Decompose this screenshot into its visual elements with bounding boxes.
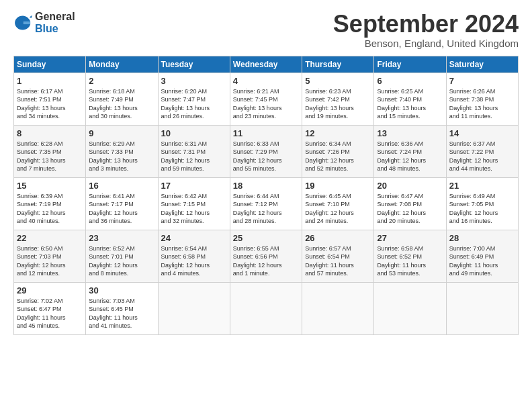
title-area: September 2024 Benson, England, United K… <box>333 11 519 49</box>
day-number: 29 <box>17 285 83 295</box>
day-number: 15 <box>17 181 83 191</box>
day-number: 8 <box>17 128 83 138</box>
page-container: General Blue September 2024 Benson, Engl… <box>0 0 532 342</box>
calendar-cell: 19Sunrise: 6:45 AMSunset: 7:10 PMDayligh… <box>302 177 374 230</box>
col-tuesday: Tuesday <box>158 56 230 73</box>
header-row: Sunday Monday Tuesday Wednesday Thursday… <box>14 56 519 73</box>
calendar-cell: 4Sunrise: 6:21 AMSunset: 7:45 PMDaylight… <box>230 73 302 125</box>
col-thursday: Thursday <box>302 56 374 73</box>
day-number: 26 <box>305 233 371 243</box>
cell-info: Sunrise: 6:28 AMSunset: 7:35 PMDaylight:… <box>17 140 83 173</box>
day-number: 4 <box>233 76 299 86</box>
cell-info: Sunrise: 7:00 AMSunset: 6:49 PMDaylight:… <box>449 244 515 278</box>
calendar-cell: 26Sunrise: 6:57 AMSunset: 6:54 PMDayligh… <box>302 230 374 282</box>
calendar-cell: 13Sunrise: 6:36 AMSunset: 7:24 PMDayligh… <box>374 125 446 177</box>
logo-general: General <box>35 11 75 23</box>
calendar-cell <box>230 282 302 334</box>
calendar-cell <box>302 282 374 334</box>
day-number: 25 <box>233 233 299 243</box>
cell-info: Sunrise: 6:54 AMSunset: 6:58 PMDaylight:… <box>161 244 227 278</box>
cell-info: Sunrise: 6:37 AMSunset: 7:22 PMDaylight:… <box>449 140 515 173</box>
calendar-cell: 28Sunrise: 7:00 AMSunset: 6:49 PMDayligh… <box>446 230 518 282</box>
calendar-cell: 11Sunrise: 6:33 AMSunset: 7:29 PMDayligh… <box>230 125 302 177</box>
cell-info: Sunrise: 6:29 AMSunset: 7:33 PMDaylight:… <box>89 140 154 173</box>
day-number: 9 <box>89 128 154 138</box>
day-number: 22 <box>17 233 83 243</box>
cell-info: Sunrise: 6:36 AMSunset: 7:24 PMDaylight:… <box>377 140 443 173</box>
calendar-cell: 22Sunrise: 6:50 AMSunset: 7:03 PMDayligh… <box>14 230 86 282</box>
day-number: 1 <box>17 76 83 86</box>
logo-icon <box>13 13 32 32</box>
day-number: 27 <box>377 233 443 243</box>
calendar-cell: 14Sunrise: 6:37 AMSunset: 7:22 PMDayligh… <box>446 125 518 177</box>
calendar-cell: 2Sunrise: 6:18 AMSunset: 7:49 PMDaylight… <box>86 73 158 125</box>
cell-info: Sunrise: 6:17 AMSunset: 7:51 PMDaylight:… <box>17 87 83 121</box>
month-title: September 2024 <box>333 11 519 38</box>
calendar-cell: 27Sunrise: 6:58 AMSunset: 6:52 PMDayligh… <box>374 230 446 282</box>
calendar-cell: 10Sunrise: 6:31 AMSunset: 7:31 PMDayligh… <box>158 125 230 177</box>
calendar-cell: 3Sunrise: 6:20 AMSunset: 7:47 PMDaylight… <box>158 73 230 125</box>
day-number: 14 <box>449 128 515 138</box>
calendar-cell: 15Sunrise: 6:39 AMSunset: 7:19 PMDayligh… <box>14 177 86 230</box>
cell-info: Sunrise: 6:47 AMSunset: 7:08 PMDaylight:… <box>377 192 443 226</box>
day-number: 30 <box>89 285 154 295</box>
calendar-cell: 18Sunrise: 6:44 AMSunset: 7:12 PMDayligh… <box>230 177 302 230</box>
cell-info: Sunrise: 6:55 AMSunset: 6:56 PMDaylight:… <box>233 244 299 278</box>
day-number: 23 <box>89 233 154 243</box>
calendar-cell <box>158 282 230 334</box>
day-number: 5 <box>305 76 371 86</box>
calendar-row-1: 1Sunrise: 6:17 AMSunset: 7:51 PMDaylight… <box>14 73 519 125</box>
col-saturday: Saturday <box>446 56 518 73</box>
calendar-cell: 25Sunrise: 6:55 AMSunset: 6:56 PMDayligh… <box>230 230 302 282</box>
calendar-cell: 24Sunrise: 6:54 AMSunset: 6:58 PMDayligh… <box>158 230 230 282</box>
cell-info: Sunrise: 7:03 AMSunset: 6:45 PMDaylight:… <box>89 297 154 330</box>
day-number: 6 <box>377 76 443 86</box>
cell-info: Sunrise: 6:34 AMSunset: 7:26 PMDaylight:… <box>305 140 371 173</box>
cell-info: Sunrise: 6:25 AMSunset: 7:40 PMDaylight:… <box>377 87 443 121</box>
day-number: 10 <box>161 128 227 138</box>
calendar-cell: 6Sunrise: 6:25 AMSunset: 7:40 PMDaylight… <box>374 73 446 125</box>
cell-info: Sunrise: 6:57 AMSunset: 6:54 PMDaylight:… <box>305 244 371 278</box>
calendar-cell: 23Sunrise: 6:52 AMSunset: 7:01 PMDayligh… <box>86 230 158 282</box>
calendar-row-3: 15Sunrise: 6:39 AMSunset: 7:19 PMDayligh… <box>14 177 519 230</box>
calendar-row-2: 8Sunrise: 6:28 AMSunset: 7:35 PMDaylight… <box>14 125 519 177</box>
col-sunday: Sunday <box>14 56 86 73</box>
cell-info: Sunrise: 6:58 AMSunset: 6:52 PMDaylight:… <box>377 244 443 278</box>
cell-info: Sunrise: 6:41 AMSunset: 7:17 PMDaylight:… <box>89 192 154 226</box>
calendar-cell: 29Sunrise: 7:02 AMSunset: 6:47 PMDayligh… <box>14 282 86 334</box>
cell-info: Sunrise: 6:44 AMSunset: 7:12 PMDaylight:… <box>233 192 299 226</box>
header: General Blue September 2024 Benson, Engl… <box>13 11 519 49</box>
cell-info: Sunrise: 6:45 AMSunset: 7:10 PMDaylight:… <box>305 192 371 226</box>
day-number: 20 <box>377 181 443 191</box>
cell-info: Sunrise: 6:52 AMSunset: 7:01 PMDaylight:… <box>89 244 154 278</box>
logo-blue: Blue <box>35 23 75 35</box>
cell-info: Sunrise: 6:18 AMSunset: 7:49 PMDaylight:… <box>89 87 154 121</box>
cell-info: Sunrise: 6:33 AMSunset: 7:29 PMDaylight:… <box>233 140 299 173</box>
calendar-cell: 8Sunrise: 6:28 AMSunset: 7:35 PMDaylight… <box>14 125 86 177</box>
subtitle: Benson, England, United Kingdom <box>333 38 519 49</box>
calendar-cell: 16Sunrise: 6:41 AMSunset: 7:17 PMDayligh… <box>86 177 158 230</box>
calendar-row-4: 22Sunrise: 6:50 AMSunset: 7:03 PMDayligh… <box>14 230 519 282</box>
calendar-row-5: 29Sunrise: 7:02 AMSunset: 6:47 PMDayligh… <box>14 282 519 334</box>
cell-info: Sunrise: 6:21 AMSunset: 7:45 PMDaylight:… <box>233 87 299 121</box>
calendar-cell: 12Sunrise: 6:34 AMSunset: 7:26 PMDayligh… <box>302 125 374 177</box>
cell-info: Sunrise: 6:49 AMSunset: 7:05 PMDaylight:… <box>449 192 515 226</box>
day-number: 2 <box>89 76 154 86</box>
cell-info: Sunrise: 7:02 AMSunset: 6:47 PMDaylight:… <box>17 297 83 330</box>
cell-info: Sunrise: 6:42 AMSunset: 7:15 PMDaylight:… <box>161 192 227 226</box>
day-number: 28 <box>449 233 515 243</box>
calendar-cell: 9Sunrise: 6:29 AMSunset: 7:33 PMDaylight… <box>86 125 158 177</box>
calendar-cell: 1Sunrise: 6:17 AMSunset: 7:51 PMDaylight… <box>14 73 86 125</box>
logo: General Blue <box>13 11 75 34</box>
col-friday: Friday <box>374 56 446 73</box>
calendar-table: Sunday Monday Tuesday Wednesday Thursday… <box>13 56 519 335</box>
cell-info: Sunrise: 6:50 AMSunset: 7:03 PMDaylight:… <box>17 244 83 278</box>
day-number: 13 <box>377 128 443 138</box>
calendar-cell <box>446 282 518 334</box>
day-number: 3 <box>161 76 227 86</box>
day-number: 11 <box>233 128 299 138</box>
day-number: 12 <box>305 128 371 138</box>
cell-info: Sunrise: 6:39 AMSunset: 7:19 PMDaylight:… <box>17 192 83 226</box>
day-number: 19 <box>305 181 371 191</box>
logo-text: General Blue <box>35 11 75 34</box>
